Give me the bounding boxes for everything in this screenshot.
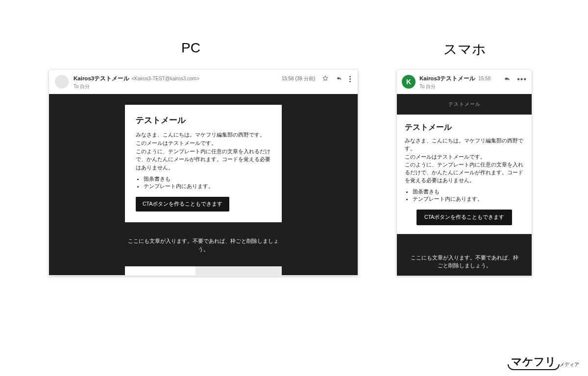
heading-pc: PC	[181, 40, 200, 56]
sp-preview-card: K Kairos3テストメール 15:58 To 自分 ••• テストメール テ…	[397, 70, 532, 276]
list-item: テンプレート内にあります。	[413, 196, 524, 203]
content-card: テストメール みなさま、こんにちは。マケフリ編集部の西野です。 このメールはテス…	[397, 115, 532, 234]
paragraph: このように、テンプレート内に任意の文章を入れるだけで、かんたんにメールが作れます…	[136, 147, 271, 172]
paragraph: このように、テンプレート内に任意の文章を入れるだけで、かんたんにメールが作れます…	[405, 161, 524, 185]
reply-icon[interactable]	[336, 75, 343, 83]
avatar: K	[402, 75, 416, 89]
pc-preview-card: Kairos3テストメール <Kairos3-TEST@kairos3.com>…	[49, 70, 358, 276]
from-name: Kairos3テストメール	[74, 75, 129, 82]
paragraph: このメールはテストメールです。	[136, 139, 271, 147]
mail-title: テストメール	[136, 115, 271, 126]
pc-mail-header: Kairos3テストメール <Kairos3-TEST@kairos3.com>…	[49, 70, 358, 94]
list-item: 箇条書きも	[144, 176, 271, 183]
to-line: To 自分	[74, 83, 282, 90]
to-line: To 自分	[419, 83, 503, 90]
from-name: Kairos3テストメール	[419, 75, 475, 82]
more-icon[interactable]: •••	[517, 75, 527, 84]
watermark-logo: マケフリ メディア	[510, 354, 579, 369]
avatar	[55, 75, 69, 89]
footer-text: ここにも文章が入ります。不要であれば、枠ごと削除しましょう。	[125, 237, 282, 254]
reply-icon[interactable]	[503, 75, 511, 84]
content-card: テストメール みなさま、こんにちは。マケフリ編集部の西野です。 このメールはテス…	[125, 105, 282, 222]
list-item: 箇条書きも	[413, 188, 524, 195]
footer-text: ここにも文章が入ります。不要であれば、枠ごと削除しましょう。	[397, 234, 532, 276]
mail-title: テストメール	[405, 122, 524, 133]
banner-title: テストメール	[397, 94, 532, 115]
paragraph: このメールはテストメールです。	[405, 153, 524, 161]
watermark-main: マケフリ	[510, 354, 558, 369]
pc-mail-body: テストメール みなさま、こんにちは。マケフリ編集部の西野です。 このメールはテス…	[49, 94, 358, 275]
received-time: 15:58	[478, 76, 490, 81]
cta-button[interactable]: CTAボタンを作ることもできます	[136, 197, 229, 212]
paragraph: みなさま、こんにちは。マケフリ編集部の西野です。	[136, 131, 271, 139]
star-icon[interactable]	[322, 75, 329, 83]
more-icon[interactable]	[349, 76, 351, 82]
from-address: <Kairos3-TEST@kairos3.com>	[131, 76, 199, 81]
list-item: テンプレート内にあります。	[144, 183, 271, 190]
secondary-card-peek	[125, 266, 282, 275]
sp-mail-header: K Kairos3テストメール 15:58 To 自分 •••	[397, 70, 532, 94]
received-time: 15:58 (39 分前)	[282, 75, 315, 82]
watermark-sub: メディア	[560, 361, 579, 368]
cta-button[interactable]: CTAボタンを作ることもできます	[416, 210, 512, 225]
paragraph: みなさま、こんにちは。マケフリ編集部の西野です。	[405, 137, 524, 153]
heading-sp: スマホ	[443, 40, 486, 59]
